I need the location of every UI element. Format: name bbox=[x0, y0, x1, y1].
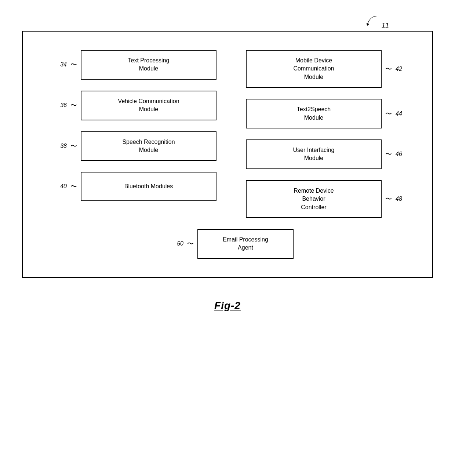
remote-device-module: Remote DeviceBehaviorController bbox=[246, 180, 382, 218]
remote-device-label: Remote DeviceBehaviorController bbox=[294, 187, 334, 211]
left-column: 34 〜 Text ProcessingModule 36 〜 Vehicle … bbox=[52, 50, 216, 218]
bottom-row: 50 〜 Email ProcessingAgent bbox=[52, 229, 410, 259]
mobile-device-module: Mobile DeviceCommunicationModule bbox=[246, 50, 382, 88]
ref-42: 42 bbox=[396, 66, 410, 72]
user-interfacing-label: User InterfacingModule bbox=[293, 146, 335, 163]
squiggle-46: 〜 bbox=[385, 150, 392, 159]
ref-36: 36 bbox=[52, 102, 67, 109]
row-speech-recognition: 38 〜 Speech RecognitionModule bbox=[52, 131, 216, 161]
row-vehicle-communication: 36 〜 Vehicle CommunicationModule bbox=[52, 91, 216, 120]
user-interfacing-module: User InterfacingModule bbox=[246, 139, 382, 169]
row-email-processing: 50 〜 Email ProcessingAgent bbox=[169, 229, 294, 259]
ref-38: 38 bbox=[52, 143, 67, 149]
squiggle-50: 〜 bbox=[187, 239, 194, 248]
email-processing-label: Email ProcessingAgent bbox=[223, 236, 268, 252]
ref-11-number: 11 bbox=[382, 22, 389, 29]
row-mobile-device: 42 〜 Mobile DeviceCommunicationModule bbox=[246, 50, 410, 88]
vehicle-communication-label: Vehicle CommunicationModule bbox=[118, 97, 179, 114]
email-processing-agent: Email ProcessingAgent bbox=[197, 229, 294, 259]
squiggle-42: 〜 bbox=[385, 65, 392, 73]
text2speech-module: Text2SpeechModule bbox=[246, 99, 382, 128]
speech-recognition-label: Speech RecognitionModule bbox=[122, 138, 175, 155]
diagram-area: 11 34 〜 Text ProcessingModule 36 〜 Vehic… bbox=[22, 15, 433, 312]
row-text2speech: 44 〜 Text2SpeechModule bbox=[246, 99, 410, 128]
ref-11-label: 11 bbox=[365, 15, 389, 29]
row-remote-device: 48 〜 Remote DeviceBehaviorController bbox=[246, 180, 410, 218]
columns-layout: 34 〜 Text ProcessingModule 36 〜 Vehicle … bbox=[52, 50, 410, 218]
squiggle-44: 〜 bbox=[385, 109, 392, 118]
row-text-processing: 34 〜 Text ProcessingModule bbox=[52, 50, 216, 80]
bluetooth-modules: Bluetooth Modules bbox=[81, 172, 216, 201]
main-outer-box: 34 〜 Text ProcessingModule 36 〜 Vehicle … bbox=[22, 31, 433, 278]
speech-recognition-module: Speech RecognitionModule bbox=[81, 131, 216, 161]
ref-48: 48 bbox=[396, 196, 410, 202]
squiggle-36: 〜 bbox=[70, 101, 77, 110]
row-bluetooth: 40 〜 Bluetooth Modules bbox=[52, 172, 216, 201]
squiggle-34: 〜 bbox=[70, 60, 77, 69]
ref-46: 46 bbox=[396, 151, 410, 157]
ref-44: 44 bbox=[396, 110, 410, 117]
ref-50: 50 bbox=[169, 240, 183, 247]
right-column: 42 〜 Mobile DeviceCommunicationModule 44… bbox=[246, 50, 410, 218]
squiggle-38: 〜 bbox=[70, 142, 77, 150]
figure-label: Fig-2 bbox=[214, 300, 241, 312]
mobile-device-label: Mobile DeviceCommunicationModule bbox=[293, 57, 334, 81]
ref-34: 34 bbox=[52, 61, 67, 68]
text2speech-label: Text2SpeechModule bbox=[297, 105, 331, 122]
vehicle-communication-module: Vehicle CommunicationModule bbox=[81, 91, 216, 120]
ref-40: 40 bbox=[52, 183, 67, 190]
row-user-interfacing: 46 〜 User InterfacingModule bbox=[246, 139, 410, 169]
text-processing-label: Text ProcessingModule bbox=[128, 57, 170, 73]
squiggle-48: 〜 bbox=[385, 195, 392, 203]
squiggle-40: 〜 bbox=[70, 182, 77, 191]
text-processing-module: Text ProcessingModule bbox=[81, 50, 216, 80]
bluetooth-label: Bluetooth Modules bbox=[124, 182, 173, 190]
